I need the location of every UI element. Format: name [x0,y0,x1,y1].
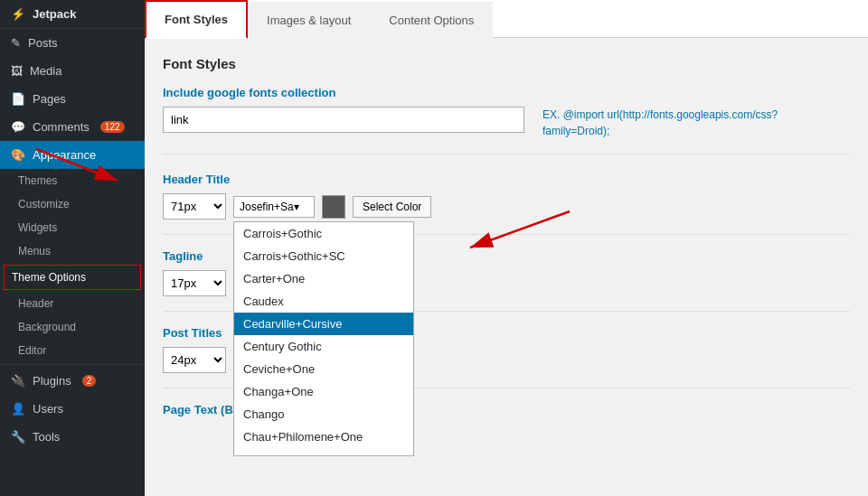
dropdown-item-cedarville-cursive[interactable]: Cedarville+Cursive [234,313,413,335]
sidebar-item-customize-label: Customize [18,198,70,211]
dropdown-item-changa-one[interactable]: Changa+One [234,380,413,403]
tabs-bar: Font Styles Images & layout Content Opti… [145,0,868,38]
sidebar-item-header[interactable]: Header [0,292,145,315]
sidebar-item-tools[interactable]: 🔧 Tools [0,423,145,451]
media-icon: 🖼 [11,64,23,78]
post-titles-size-select[interactable]: 24px [163,347,226,373]
sidebar-item-background[interactable]: Background [0,315,145,339]
tab-content-options-label: Content Options [389,14,474,27]
comments-badge: 122 [100,121,125,133]
sidebar-item-label: Users [33,402,63,416]
sidebar-item-widgets-label: Widgets [18,221,57,234]
dropdown-item-chela-one[interactable]: Chela+One [234,448,413,456]
sidebar-item-label: Media [30,64,61,78]
posts-icon: ✎ [11,36,21,50]
sidebar-item-users[interactable]: 👤 Users [0,395,145,423]
dropdown-item-chango[interactable]: Chango [234,403,413,426]
users-icon: 👤 [11,402,25,416]
header-size-select[interactable]: 71px [163,193,226,220]
sidebar-item-menus-label: Menus [18,245,51,257]
plugins-icon: 🔌 [11,374,25,388]
google-fonts-section: Include google fonts collection EX. @imp… [163,86,850,154]
dropdown-item-carter-one[interactable]: Carter+One [234,267,413,290]
sidebar-item-header-label: Header [18,297,53,310]
sidebar: ⚡ Jetpack ✎ Posts 🖼 Media 📄 Pages 💬 Comm… [0,0,145,496]
tab-font-styles-label: Font Styles [165,13,228,26]
font-dropdown-list: Carrois+Gothic Carrois+Gothic+SC Carter+… [233,221,414,456]
sidebar-header[interactable]: ⚡ Jetpack [0,0,145,29]
tab-content-options[interactable]: Content Options [370,2,493,38]
dropdown-item-carrois-gothic-sc[interactable]: Carrois+Gothic+SC [234,245,413,267]
tab-font-styles[interactable]: Font Styles [145,0,248,39]
sidebar-item-comments[interactable]: 💬 Comments 122 [0,113,145,141]
content-area: Font Styles Include google fonts collect… [145,38,868,435]
dropdown-item-chau[interactable]: Chau+Philomene+One [234,426,413,448]
tab-images-layout[interactable]: Images & layout [248,2,370,38]
jetpack-icon: ⚡ [11,7,25,21]
sidebar-item-editor[interactable]: Editor [0,339,145,362]
sidebar-item-background-label: Background [18,321,76,333]
google-fonts-hint: EX. @import url(http://fonts.googleapis.… [542,107,814,139]
sidebar-item-label: Plugins [33,374,71,388]
header-title-controls: 71px Josefin+Sa▾ Carrois+Gothic Carrois+… [163,193,850,235]
sidebar-item-label: Posts [28,36,58,50]
sidebar-item-label: Pages [33,92,66,106]
comments-icon: 💬 [11,120,25,134]
appearance-icon: 🎨 [11,148,25,162]
header-title-label: Header Title [163,173,850,186]
sidebar-item-menus[interactable]: Menus [0,239,145,263]
sidebar-item-widgets[interactable]: Widgets [0,216,145,239]
sidebar-item-theme-options[interactable]: Theme Options [4,265,141,290]
sidebar-item-media[interactable]: 🖼 Media [0,57,145,85]
google-fonts-input[interactable] [163,107,524,133]
header-title-section: Header Title 71px Josefin+Sa▾ Carrois+Go… [163,173,850,235]
header-title-row: 71px Josefin+Sa▾ Carrois+Gothic Carrois+… [163,193,850,220]
tab-images-layout-label: Images & layout [267,14,351,27]
main-content: Font Styles Images & layout Content Opti… [145,0,868,496]
pages-icon: 📄 [11,92,25,106]
sidebar-item-plugins[interactable]: 🔌 Plugins 2 [0,367,145,395]
sidebar-item-appearance[interactable]: 🎨 Appearance [0,141,145,169]
sidebar-item-themes-label: Themes [18,174,57,187]
dropdown-item-caudex[interactable]: Caudex [234,290,413,313]
dropdown-item-century-gothic[interactable]: Century Gothic [234,335,413,358]
dropdown-item-carrois-gothic[interactable]: Carrois+Gothic [234,222,413,245]
plugins-badge: 2 [82,375,97,387]
sidebar-item-label: Appearance [33,148,96,162]
tagline-size-select[interactable]: 17px [163,270,226,296]
google-fonts-label: Include google fonts collection [163,86,850,99]
sidebar-item-label: Tools [33,430,60,444]
sidebar-item-label: Comments [33,120,90,134]
sidebar-item-pages[interactable]: 📄 Pages [0,85,145,113]
sidebar-item-editor-label: Editor [18,344,46,357]
sidebar-header-label: Jetpack [33,7,76,21]
font-select-value: Josefin+Sa▾ [240,201,308,213]
sidebar-item-themes[interactable]: Themes [0,169,145,192]
font-select-trigger[interactable]: Josefin+Sa▾ [233,196,315,218]
tools-icon: 🔧 [11,430,25,444]
google-fonts-field-row: EX. @import url(http://fonts.googleapis.… [163,107,850,154]
dropdown-item-ceviche-one[interactable]: Ceviche+One [234,358,413,380]
sidebar-item-customize[interactable]: Customize [0,192,145,216]
font-dropdown-container: Josefin+Sa▾ Carrois+Gothic Carrois+Gothi… [233,196,315,218]
sidebar-item-posts[interactable]: ✎ Posts [0,29,145,57]
section-title: Font Styles [163,56,850,71]
color-swatch[interactable] [322,195,345,219]
sidebar-item-theme-options-label: Theme Options [12,271,86,284]
select-color-button[interactable]: Select Color [353,196,431,218]
